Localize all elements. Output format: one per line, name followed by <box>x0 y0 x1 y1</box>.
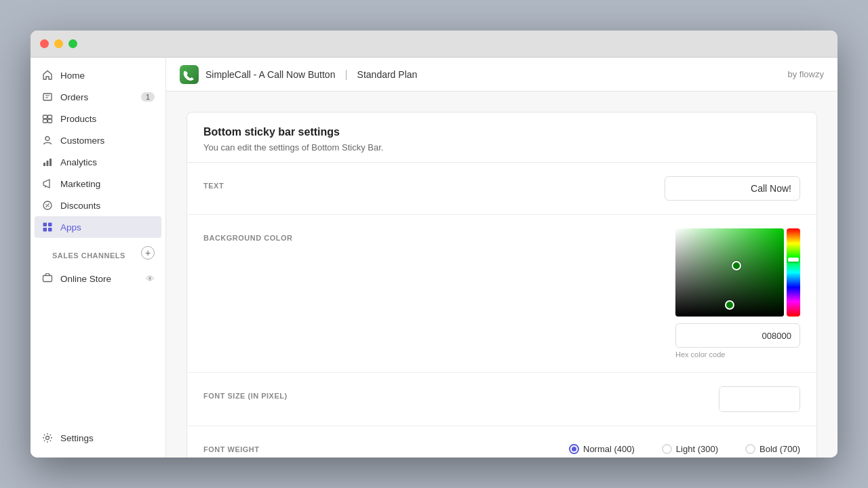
topbar-left: SimpleCall - A Call Now Button | Standar… <box>180 65 417 84</box>
svg-point-17 <box>46 436 50 440</box>
text-control <box>665 176 800 201</box>
svg-rect-8 <box>50 159 52 166</box>
main-content: SimpleCall - A Call Now Button | Standar… <box>166 58 837 458</box>
sidebar-item-analytics[interactable]: Analytics <box>31 151 165 173</box>
app-window: Home Orders 1 <box>31 30 837 458</box>
font-size-row: FONT SIZE (IN PIXEL) ▲ ▼ <box>187 373 816 426</box>
text-input[interactable] <box>665 176 800 201</box>
background-color-label: BACKGROUND COLOR <box>203 228 675 242</box>
sales-channels-label: SALES CHANNELS <box>41 242 136 264</box>
card-title: Bottom sticky bar settings <box>203 126 800 138</box>
sidebar-item-marketing[interactable]: Marketing <box>31 173 165 195</box>
settings-card: Bottom sticky bar settings You can edit … <box>186 112 817 458</box>
app-body: Home Orders 1 <box>31 58 837 458</box>
sidebar-item-home-label: Home <box>60 70 85 81</box>
sidebar-item-online-store-label: Online Store <box>60 274 139 284</box>
sidebar-item-analytics-label: Analytics <box>60 157 97 167</box>
font-weight-row: FONT WEIGHT Normal (400) <box>187 426 816 458</box>
topbar: SimpleCall - A Call Now Button | Standar… <box>166 58 837 92</box>
sidebar-item-marketing-label: Marketing <box>60 179 100 189</box>
text-row: TEXT <box>187 163 816 215</box>
topbar-plan: Standard Plan <box>357 69 418 80</box>
radio-light-label: Light (300) <box>676 444 718 454</box>
sidebar-item-settings[interactable]: Settings <box>31 425 165 451</box>
sidebar-item-orders[interactable]: Orders 1 <box>31 86 165 108</box>
sidebar-item-home[interactable]: Home <box>31 64 165 86</box>
customers-icon <box>41 134 54 146</box>
sidebar-item-discounts-label: Discounts <box>60 201 100 211</box>
svg-point-5 <box>45 137 50 141</box>
close-button[interactable] <box>40 39 49 48</box>
radio-normal[interactable]: Normal (400) <box>569 444 635 454</box>
maximize-button[interactable] <box>68 39 77 48</box>
svg-rect-0 <box>43 94 52 100</box>
hex-color-input[interactable] <box>675 323 800 348</box>
minimize-button[interactable] <box>54 39 63 48</box>
svg-rect-12 <box>43 223 47 227</box>
hex-input-row: Hex color code <box>675 323 800 359</box>
settings-icon <box>41 432 54 444</box>
discounts-icon <box>41 199 54 211</box>
home-icon <box>41 69 54 81</box>
svg-point-11 <box>48 206 50 207</box>
radio-light-circle <box>662 444 672 454</box>
online-store-visibility-icon[interactable]: 👁 <box>146 274 155 284</box>
add-sales-channel-button[interactable]: + <box>141 246 155 260</box>
font-weight-control: Normal (400) Light (300) Bold (700) <box>569 440 800 454</box>
apps-icon <box>41 221 54 233</box>
color-gradient-thumb <box>732 261 741 270</box>
sidebar-item-customers-label: Customers <box>60 136 104 146</box>
font-size-input-wrap: ▲ ▼ <box>719 386 800 412</box>
topbar-title: SimpleCall - A Call Now Button <box>205 69 335 80</box>
sidebar-item-products-label: Products <box>60 114 96 124</box>
sidebar-item-products[interactable]: Products <box>31 108 165 129</box>
font-size-input[interactable] <box>719 387 800 411</box>
topbar-divider: | <box>344 68 347 81</box>
color-picker: Hex color code <box>675 228 800 359</box>
font-weight-radio-group: Normal (400) Light (300) Bold (700) <box>569 440 800 454</box>
analytics-icon <box>41 156 54 168</box>
radio-bold[interactable]: Bold (700) <box>745 444 800 454</box>
svg-rect-13 <box>48 223 52 227</box>
svg-rect-14 <box>43 228 47 232</box>
svg-rect-4 <box>48 119 52 123</box>
sidebar-item-settings-label: Settings <box>60 433 94 443</box>
sidebar: Home Orders 1 <box>31 58 166 458</box>
font-weight-label: FONT WEIGHT <box>203 440 569 453</box>
sidebar-item-customers[interactable]: Customers <box>31 129 165 151</box>
traffic-lights <box>40 39 77 48</box>
background-color-row: BACKGROUND COLOR <box>187 215 816 373</box>
orders-icon <box>41 91 54 103</box>
content-area: Bottom sticky bar settings You can edit … <box>166 92 837 458</box>
font-size-control: ▲ ▼ <box>719 386 800 412</box>
svg-rect-3 <box>43 119 47 123</box>
svg-rect-6 <box>43 163 45 166</box>
card-header: Bottom sticky bar settings You can edit … <box>187 113 816 163</box>
sidebar-item-discounts[interactable]: Discounts <box>31 195 165 216</box>
app-icon <box>180 65 199 84</box>
radio-bold-circle <box>745 444 755 454</box>
svg-rect-15 <box>48 228 52 232</box>
sales-channels-header: SALES CHANNELS + <box>31 238 165 268</box>
svg-rect-16 <box>43 276 52 282</box>
sidebar-item-orders-label: Orders <box>60 92 88 102</box>
radio-normal-label: Normal (400) <box>583 444 635 454</box>
topbar-by: by flowzy <box>788 69 824 79</box>
color-gradient-picker[interactable] <box>675 228 784 317</box>
hue-slider[interactable] <box>787 228 800 317</box>
marketing-icon <box>41 178 54 190</box>
hue-thumb <box>788 258 799 262</box>
radio-light[interactable]: Light (300) <box>662 444 718 454</box>
orders-badge: 1 <box>141 92 155 102</box>
color-gradient-thumb-bottom <box>725 300 734 310</box>
sidebar-item-apps-label: Apps <box>60 222 81 232</box>
radio-bold-label: Bold (700) <box>760 444 800 454</box>
font-size-label: FONT SIZE (IN PIXEL) <box>203 386 719 400</box>
hex-hint: Hex color code <box>675 350 725 359</box>
radio-normal-dot <box>572 447 576 451</box>
sidebar-item-online-store[interactable]: Online Store 👁 <box>31 268 165 289</box>
color-picker-visual <box>675 228 800 317</box>
svg-rect-2 <box>48 115 52 119</box>
radio-normal-circle <box>569 444 579 454</box>
sidebar-item-apps[interactable]: Apps <box>35 216 161 238</box>
